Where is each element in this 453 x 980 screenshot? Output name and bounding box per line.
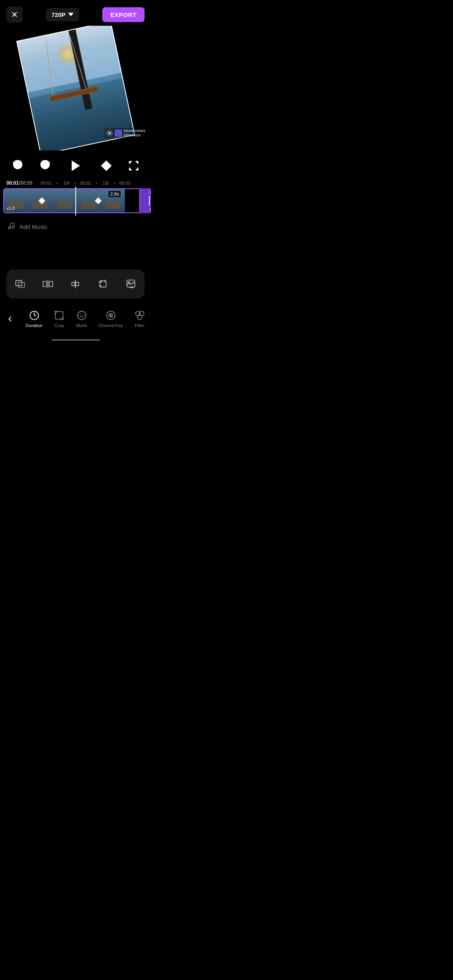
video-strip-container: 2.8s x1.0 0.4s x1.0 xyxy=(0,187,151,216)
ruler-dot-3: • xyxy=(96,181,97,185)
add-overlay-button[interactable] xyxy=(10,274,30,294)
home-indicator xyxy=(52,339,100,341)
svg-point-21 xyxy=(128,282,130,283)
quality-selector[interactable]: 720P xyxy=(46,8,79,21)
main-clip[interactable]: 2.8s x1.0 xyxy=(3,188,140,213)
clip-duration-badge: 2.8s xyxy=(108,191,121,197)
play-button[interactable] xyxy=(67,157,85,175)
tail-duration: 0.4s xyxy=(149,190,151,195)
add-music[interactable]: Add Music xyxy=(0,216,151,237)
chroma-key-icon xyxy=(105,310,116,321)
svg-point-7 xyxy=(8,227,10,229)
top-bar: 720P EXPORT xyxy=(0,0,151,26)
svg-point-40 xyxy=(137,315,142,320)
ruler-dot-2: • xyxy=(74,181,76,185)
crop-tool-button[interactable] xyxy=(93,274,113,294)
replace-button[interactable] xyxy=(121,274,141,294)
keyframe-button[interactable] xyxy=(101,160,112,171)
playback-controls xyxy=(0,150,151,179)
music-icon xyxy=(6,221,15,232)
nav-label-duration: Duration xyxy=(26,323,43,328)
timeline-ruler: 00:01/00:55 00:01 • .15f • 00:02 • .15f … xyxy=(0,179,151,187)
add-music-label: Add Music xyxy=(19,223,48,230)
align-center-button[interactable] xyxy=(66,274,85,294)
fullscreen-button[interactable] xyxy=(128,160,139,171)
filter-icon xyxy=(134,310,145,321)
watermark-brand: WondershareFilmoraGo xyxy=(124,129,145,138)
split-button[interactable] xyxy=(38,274,58,294)
ruler-mark-15f-1: .15f xyxy=(62,181,69,185)
ruler-dot-4: • xyxy=(114,181,115,185)
ruler-mark-1: 00:01 xyxy=(41,181,52,185)
svg-point-8 xyxy=(12,226,14,229)
nav-label-mask: Mask xyxy=(77,323,87,328)
edit-toolbar xyxy=(6,270,145,299)
ruler-mark-3: 00:03 xyxy=(119,181,130,185)
mask-icon xyxy=(76,310,87,321)
nav-back-button[interactable] xyxy=(0,315,20,323)
svg-rect-11 xyxy=(16,280,22,286)
nav-item-chroma-key[interactable]: Chroma Key xyxy=(95,308,126,329)
chevron-down-icon xyxy=(68,12,74,17)
undo-button[interactable] xyxy=(12,160,23,171)
svg-point-37 xyxy=(110,315,112,316)
svg-rect-14 xyxy=(43,282,47,287)
nav-item-filter[interactable]: Filter xyxy=(131,308,149,329)
svg-rect-17 xyxy=(72,282,75,286)
bottom-nav: Duration Crop xyxy=(0,305,151,338)
ruler-dot-1: • xyxy=(56,181,58,185)
svg-rect-25 xyxy=(56,312,63,319)
nav-label-crop: Crop xyxy=(54,323,64,328)
svg-marker-4 xyxy=(72,161,79,171)
nav-item-duration[interactable]: Duration xyxy=(23,308,46,329)
watermark-close-button[interactable] xyxy=(106,130,113,137)
strip-frame-3 xyxy=(52,189,77,212)
video-preview: WondershareFilmoraGo xyxy=(0,26,151,150)
nav-label-chroma-key: Chroma Key xyxy=(98,323,123,328)
crop-icon xyxy=(54,310,65,321)
svg-rect-15 xyxy=(49,282,53,287)
redo-button[interactable] xyxy=(39,160,51,171)
svg-rect-18 xyxy=(76,282,79,286)
ruler-mark-15f-2: .15f xyxy=(101,181,109,185)
pause-icon xyxy=(149,196,151,206)
nav-label-filter: Filter xyxy=(135,323,145,328)
tail-clip[interactable]: 0.4s x1.0 xyxy=(140,188,151,213)
nav-item-crop[interactable]: Crop xyxy=(50,308,68,329)
clip-speed: x1.0 xyxy=(6,206,15,211)
ruler-mark-2: 00:02 xyxy=(80,181,91,185)
nav-items: Duration Crop xyxy=(20,308,151,329)
duration-icon xyxy=(29,310,40,321)
svg-rect-19 xyxy=(100,281,106,287)
timeline-area: 00:01/00:55 00:01 • .15f • 00:02 • .15f … xyxy=(0,179,151,237)
quality-label: 720P xyxy=(52,11,66,18)
nav-item-mask[interactable]: Mask xyxy=(73,308,91,329)
watermark-logo xyxy=(115,130,122,137)
watermark: WondershareFilmoraGo xyxy=(104,128,147,138)
export-button[interactable]: EXPORT xyxy=(102,7,145,22)
svg-rect-12 xyxy=(19,282,25,288)
current-time: 00:01/00:55 xyxy=(6,180,33,186)
tail-speed: x1.0 xyxy=(149,207,151,212)
close-button[interactable] xyxy=(6,6,23,23)
